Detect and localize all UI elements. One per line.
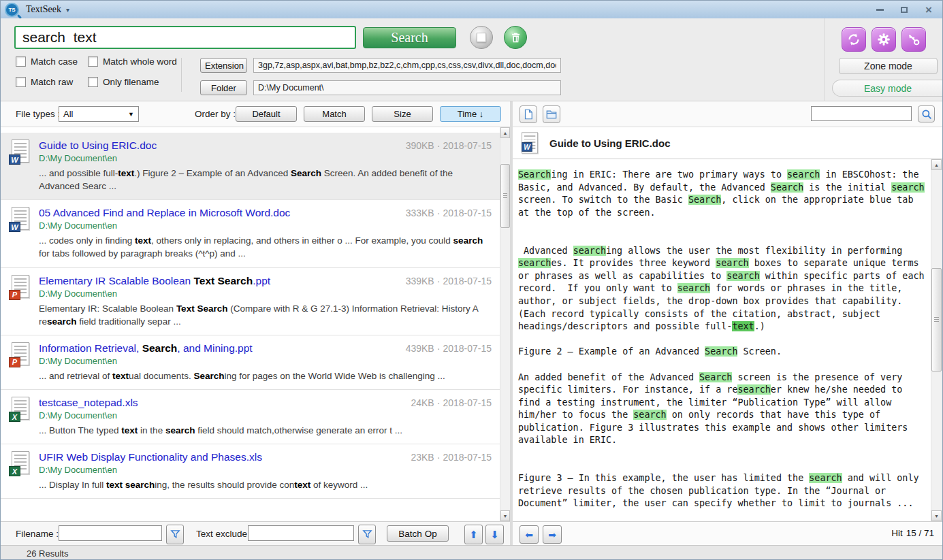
search-button[interactable]: Search <box>363 27 456 48</box>
search-input[interactable] <box>14 26 356 49</box>
excel-file-icon: X <box>9 397 31 424</box>
open-folder-button[interactable] <box>543 105 560 123</box>
word-file-icon: W <box>9 207 31 234</box>
preview-header: W Guide to Using ERIC.doc <box>513 127 942 159</box>
result-title-link[interactable]: 05 Advanced Find and Replace in Microsof… <box>39 207 290 219</box>
result-title-link[interactable]: testcase_notepad.xls <box>39 397 138 409</box>
checkbox-only-filename[interactable] <box>88 77 98 87</box>
results-scrollbar-thumb[interactable] <box>500 164 510 228</box>
previous-hit-button[interactable]: ⬅ <box>520 525 539 544</box>
result-title-link[interactable]: Guide to Using ERIC.doc <box>39 139 157 152</box>
result-item[interactable]: W Guide to Using ERIC.doc 390KB·2018-07-… <box>1 133 500 200</box>
order-button-time[interactable]: Time ↓ <box>440 106 501 122</box>
preview-scrollbar[interactable]: ▲ ▼ <box>931 159 942 521</box>
preview-search-button[interactable] <box>918 105 935 122</box>
checkbox-match-whole-word[interactable] <box>88 56 98 67</box>
dot-separator-icon: · <box>437 140 441 151</box>
result-item[interactable]: P Elementary IR Scalable Boolean Text Se… <box>1 268 500 335</box>
extension-field[interactable] <box>253 58 561 73</box>
scroll-up-arrow-icon[interactable]: ▲ <box>931 159 942 170</box>
result-title-link[interactable]: Elementary IR Scalable Boolean Text Sear… <box>39 275 270 287</box>
license-key-button[interactable] <box>901 27 926 52</box>
refresh-icon <box>846 32 861 47</box>
search-panel: Search Match caseMatch whole wordMatch r… <box>1 18 942 101</box>
text-exclude-input[interactable] <box>248 525 354 541</box>
scroll-down-arrow-icon[interactable]: ▼ <box>500 510 510 521</box>
textseek-logo-icon: TS <box>6 4 18 16</box>
arrow-down-icon: ⬇ <box>490 529 499 541</box>
text-exclude-filter-button[interactable] <box>358 525 376 544</box>
word-file-icon: W <box>9 139 31 167</box>
minimize-button[interactable] <box>874 4 885 15</box>
funnel-icon <box>362 529 373 540</box>
result-item[interactable]: P Information Retrieval, Search, and Min… <box>1 335 500 390</box>
filename-label: Filename : <box>16 529 59 539</box>
result-item[interactable]: W 05 Advanced Find and Replace in Micros… <box>1 200 500 267</box>
result-meta: 339KB·2018-07-15 <box>396 276 492 286</box>
titlebar: TS TextSeek ▾ × <box>1 1 942 18</box>
hit-label: Hit <box>891 528 903 538</box>
order-button-size[interactable]: Size <box>372 106 433 122</box>
extension-button[interactable]: Extension <box>200 58 247 73</box>
filename-filter-button[interactable] <box>166 525 184 544</box>
maximize-button[interactable] <box>899 4 910 15</box>
result-path: D:\My Document\en <box>39 410 492 421</box>
settings-button[interactable] <box>872 27 896 52</box>
dot-separator-icon: · <box>437 452 441 463</box>
minimize-icon <box>876 9 884 11</box>
open-file-button[interactable] <box>520 105 537 123</box>
scroll-down-arrow-icon[interactable]: ▼ <box>931 510 942 521</box>
clear-results-button[interactable] <box>504 26 527 49</box>
result-size: 439KB <box>406 343 434 354</box>
search-options: Match caseMatch whole wordMatch rawOnly … <box>16 56 177 87</box>
result-path: D:\My Document\en <box>39 220 492 231</box>
preview-search-input[interactable] <box>811 106 912 121</box>
next-hit-button[interactable]: ➡ <box>543 525 562 544</box>
checkbox-match-raw[interactable] <box>16 77 26 87</box>
result-size: 333KB <box>406 208 434 218</box>
file-types-select[interactable]: All ▼ <box>59 106 139 122</box>
result-title-link[interactable]: UFIR Web Display Functionality and Phase… <box>39 451 262 463</box>
stop-button[interactable] <box>470 26 493 49</box>
results-footer-bar: Filename : Text exclude : Batch Op ⬆ ⬇ <box>1 521 510 545</box>
zone-mode-button[interactable]: Zone mode <box>839 58 938 74</box>
easy-mode-button[interactable]: Easy mode <box>832 80 943 97</box>
close-button[interactable]: × <box>923 4 934 15</box>
search-icon <box>921 108 933 120</box>
option-match-whole-word[interactable]: Match whole word <box>88 56 177 67</box>
app-menu-caret-icon[interactable]: ▾ <box>66 6 69 14</box>
result-item[interactable]: X UFIR Web Display Functionality and Pha… <box>1 444 500 499</box>
option-only-filename[interactable]: Only filename <box>88 77 177 87</box>
order-button-default[interactable]: Default <box>236 106 297 122</box>
folder-button[interactable]: Folder <box>200 80 247 95</box>
option-label: Only filename <box>103 77 159 87</box>
app-title: TextSeek <box>26 4 61 15</box>
option-match-case[interactable]: Match case <box>16 56 88 67</box>
batch-op-button[interactable]: Batch Op <box>387 525 449 542</box>
mode-panel: Zone mode Easy mode <box>824 18 942 101</box>
dot-separator-icon: · <box>437 397 441 408</box>
hit-value: 15 / 71 <box>906 528 934 538</box>
filename-filter-input[interactable] <box>59 525 162 541</box>
preview-scrollbar-thumb[interactable] <box>931 268 942 372</box>
result-title-link[interactable]: Information Retrieval, Search, and Minin… <box>39 342 253 355</box>
option-match-raw[interactable]: Match raw <box>16 77 88 87</box>
results-scrollbar[interactable]: ▲ ▼ <box>500 127 510 521</box>
folder-icon <box>545 108 558 120</box>
text-exclude-label: Text exclude : <box>196 529 253 539</box>
next-result-button[interactable]: ⬇ <box>485 525 504 544</box>
options-divider <box>181 58 182 92</box>
chevron-down-icon: ▼ <box>128 111 134 118</box>
dot-separator-icon: · <box>437 343 441 354</box>
trash-icon <box>509 31 522 44</box>
checkbox-match-case[interactable] <box>16 56 26 67</box>
result-snippet: ... and retrieval of textual documents. … <box>39 369 492 382</box>
scroll-up-arrow-icon[interactable]: ▲ <box>500 127 510 138</box>
folder-field[interactable] <box>253 80 561 95</box>
result-item[interactable]: X testcase_notepad.xls 24KB·2018-07-15 D… <box>1 390 500 444</box>
refresh-button[interactable] <box>842 27 866 52</box>
textseek-window: TS TextSeek ▾ × Search Match caseMatch w… <box>0 0 943 560</box>
order-button-match[interactable]: Match <box>304 106 365 122</box>
result-date: 2018-07-15 <box>443 343 492 354</box>
previous-result-button[interactable]: ⬆ <box>464 525 483 544</box>
